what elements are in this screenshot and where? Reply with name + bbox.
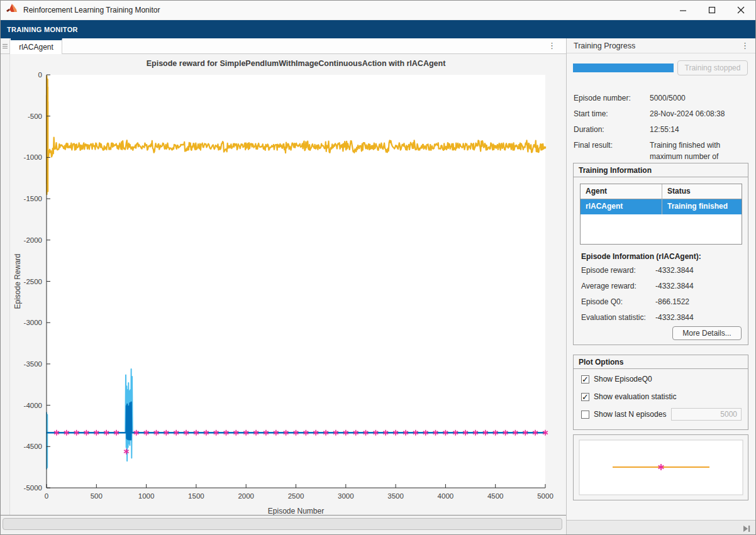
svg-text:3500: 3500 [387, 492, 404, 500]
document-menu-button[interactable]: ⋮ [548, 41, 556, 50]
panel-body: Training stopped Episode number: 5000/50… [567, 53, 755, 534]
horizontal-scrollbar-thumb[interactable] [3, 518, 562, 530]
training-information-title: Training Information [574, 163, 748, 177]
panel-grip-icon[interactable] [1, 38, 10, 54]
tab-rlacagent[interactable]: rlACAgent [11, 38, 62, 54]
checkbox-label: Show last N episodes [594, 410, 666, 419]
reward-preview-plot [574, 435, 748, 500]
progress-bar [573, 63, 674, 72]
svg-text:2500: 2500 [288, 492, 304, 500]
show-episodeq0-checkbox[interactable] [581, 375, 589, 383]
panel-header: Training Progress ⋮ [567, 38, 755, 53]
maximize-button[interactable] [698, 1, 726, 19]
svg-text:4500: 4500 [487, 492, 504, 500]
svg-text:Episode Reward: Episode Reward [13, 253, 22, 309]
more-details-button[interactable]: More Details... [672, 326, 742, 340]
document-area: rlACAgent ⋮ 0500100015002000250030003500… [1, 38, 566, 534]
training-stopped-button[interactable]: Training stopped [677, 60, 748, 75]
svg-text:500: 500 [91, 492, 103, 500]
svg-text:-3000: -3000 [24, 319, 42, 326]
app-window: Reinforcement Learning Training Monitor … [0, 0, 756, 535]
show-last-n-episodes-option: Show last N episodes [581, 409, 666, 419]
reward-preview-panel [573, 434, 748, 500]
svg-text:1000: 1000 [138, 492, 155, 500]
title-bar: Reinforcement Learning Training Monitor [1, 1, 755, 20]
expand-panel-icon[interactable] [743, 524, 751, 535]
svg-text:Episode Number: Episode Number [268, 507, 324, 515]
collapsed-left-strip [1, 54, 10, 515]
episode-stats: Episode reward: -4332.3844 Average rewar… [581, 266, 742, 329]
matlab-logo-icon [6, 4, 18, 16]
checkbox-label: Show EpisodeQ0 [594, 375, 652, 383]
window-controls [669, 1, 755, 19]
svg-text:0: 0 [45, 492, 48, 500]
training-progress-panel: Training Progress ⋮ Training stopped Epi… [566, 38, 755, 534]
panel-menu-button[interactable]: ⋮ [741, 41, 749, 50]
svg-text:5000: 5000 [537, 492, 553, 500]
field-duration: Duration: 12:55:14 [574, 124, 748, 135]
last-n-episodes-input[interactable] [671, 408, 742, 421]
svg-text:-2500: -2500 [24, 278, 42, 285]
training-information-panel: Training Information Agent Status rlACAg… [573, 163, 748, 345]
field-start-time: Start time: 28-Nov-2024 06:08:38 [574, 108, 748, 119]
svg-text:-4000: -4000 [24, 402, 42, 409]
svg-text:0: 0 [38, 71, 42, 79]
stat-episode-reward: Episode reward: -4332.3844 [581, 266, 742, 282]
plot-options-title: Plot Options [574, 355, 748, 369]
svg-text:4000: 4000 [438, 492, 454, 500]
minimize-button[interactable] [669, 1, 698, 19]
panel-bottom-strip [567, 520, 755, 534]
panel-title: Training Progress [574, 41, 635, 50]
toolstrip-tab-training-monitor[interactable]: TRAINING MONITOR [7, 26, 78, 33]
svg-text:-1000: -1000 [24, 153, 42, 161]
document-tab-strip: rlACAgent ⋮ [1, 38, 566, 54]
agent-status-table: Agent Status rlACAgent Training finished [580, 184, 742, 245]
table-header-row: Agent Status [581, 184, 742, 199]
svg-text:2000: 2000 [238, 492, 254, 500]
close-button[interactable] [726, 1, 755, 19]
svg-text:-4500: -4500 [24, 443, 42, 450]
episode-information-title: Episode Information (rlACAgent): [581, 252, 701, 261]
plot-options-panel: Plot Options Show EpisodeQ0 Show evaluat… [573, 355, 748, 430]
svg-text:1500: 1500 [188, 492, 204, 500]
svg-text:-2000: -2000 [24, 236, 42, 244]
training-chart: 0500100015002000250030003500400045005000… [10, 54, 566, 515]
stat-average-reward: Average reward: -4332.3844 [581, 282, 742, 297]
window-title: Reinforcement Learning Training Monitor [23, 6, 160, 14]
progress-row: Training stopped [573, 60, 748, 75]
horizontal-scrollbar[interactable] [1, 515, 566, 534]
show-evaluation-statistic-checkbox[interactable] [581, 393, 589, 401]
tab-strip-filler [62, 38, 566, 54]
svg-text:-5000: -5000 [24, 484, 42, 492]
toolstrip: TRAINING MONITOR [1, 20, 755, 38]
svg-text:Episode reward for SimplePendl: Episode reward for SimplePendlumWithImag… [147, 59, 446, 68]
checkbox-label: Show evaluation statistic [594, 392, 676, 401]
stat-episode-q0: Episode Q0: -866.1522 [581, 297, 742, 313]
svg-text:-3500: -3500 [24, 360, 42, 368]
episode-reward-plot: 0500100015002000250030003500400045005000… [10, 54, 566, 515]
show-episodeq0-option: Show EpisodeQ0 [581, 374, 652, 384]
show-evaluation-statistic-option: Show evaluation statistic [581, 392, 676, 402]
table-row[interactable]: rlACAgent Training finished [581, 199, 742, 214]
svg-text:-500: -500 [28, 113, 42, 120]
field-episode-number: Episode number: 5000/5000 [574, 92, 748, 104]
tab-label: rlACAgent [19, 43, 53, 52]
show-last-n-episodes-checkbox[interactable] [581, 411, 589, 419]
progress-fill [573, 63, 674, 72]
svg-text:3000: 3000 [338, 492, 354, 500]
svg-text:-1500: -1500 [24, 195, 42, 202]
